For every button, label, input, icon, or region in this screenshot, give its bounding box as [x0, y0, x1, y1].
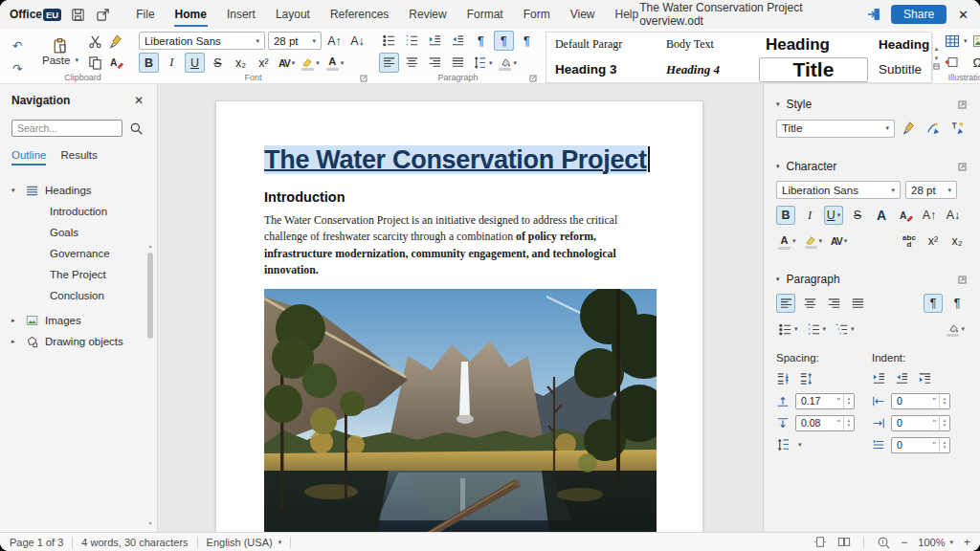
scroll-down-icon[interactable]: ▾: [148, 519, 151, 526]
menu-view[interactable]: View: [569, 2, 596, 27]
numbered-list-icon[interactable]: [402, 31, 422, 51]
scroll-up-icon[interactable]: ▴: [148, 242, 151, 249]
zoom-out-icon[interactable]: −: [901, 536, 907, 549]
doc-paragraph[interactable]: The Water Conservation Project is an ini…: [264, 212, 655, 279]
style-subtitle[interactable]: Subtitle: [870, 57, 931, 82]
decrease-indent-icon[interactable]: [895, 372, 909, 386]
style-heading2[interactable]: Heading 2: [870, 33, 931, 57]
font-color-button[interactable]: A▾: [776, 231, 798, 251]
paragraph-dialog-launcher-icon[interactable]: [529, 75, 537, 82]
zoom-dialog-icon[interactable]: [877, 536, 890, 549]
paragraph-background-icon[interactable]: ▾: [945, 320, 967, 339]
character-launcher-icon[interactable]: [958, 163, 967, 171]
align-justify-icon[interactable]: [448, 53, 468, 73]
direction-rtl-icon[interactable]: ¶: [517, 31, 537, 51]
line-spacing-icon[interactable]: [776, 438, 791, 452]
menu-format[interactable]: Format: [466, 2, 504, 27]
paragraph-style-select[interactable]: Title▾: [776, 120, 895, 138]
save-icon[interactable]: [70, 7, 86, 23]
tree-drawing-objects[interactable]: ▸ Drawing objects: [11, 331, 144, 352]
paragraph-section-header[interactable]: ▾ Paragraph: [776, 272, 967, 287]
bullet-list-icon[interactable]: [379, 31, 399, 51]
bullet-list-icon[interactable]: ▾: [776, 320, 800, 339]
decrease-indent-icon[interactable]: [448, 31, 468, 51]
menu-file[interactable]: File: [135, 2, 155, 27]
share-button[interactable]: Share: [891, 5, 947, 24]
subscript-button[interactable]: x₂: [947, 231, 967, 251]
multi-page-view-icon[interactable]: [837, 536, 851, 548]
scrollbar-thumb[interactable]: [147, 253, 153, 339]
clear-formatting-icon[interactable]: A: [106, 53, 126, 73]
tree-item-governance[interactable]: Governance: [11, 243, 144, 264]
gallery-up-icon[interactable]: ▴: [935, 44, 939, 53]
formatting-marks-icon[interactable]: ¶: [494, 31, 514, 51]
menu-references[interactable]: References: [329, 2, 390, 27]
menu-home[interactable]: Home: [174, 2, 208, 27]
align-right-icon[interactable]: [824, 294, 843, 313]
indent-before-field[interactable]: 0" ▴▾: [891, 393, 950, 409]
subscript-button[interactable]: x₂: [231, 53, 251, 73]
navigation-search-input[interactable]: [11, 120, 122, 137]
zoom-level[interactable]: 100%▾: [918, 537, 953, 548]
increase-spacing-icon[interactable]: [776, 372, 791, 386]
style-section-header[interactable]: ▾ Style: [776, 97, 967, 112]
direction-rtl-icon[interactable]: ¶: [947, 294, 967, 313]
word-count[interactable]: 4 words, 30 characters: [81, 537, 188, 548]
popout-icon[interactable]: [95, 7, 111, 23]
decrease-spacing-icon[interactable]: [799, 372, 813, 386]
sidebar-font-name-select[interactable]: Liberation Sans▾: [776, 181, 901, 199]
tree-item-introduction[interactable]: Introduction: [11, 201, 144, 222]
outline-list-icon[interactable]: ▾: [833, 320, 857, 339]
sidebar-font-size-select[interactable]: 28 pt▾: [905, 181, 957, 199]
style-heading4[interactable]: Heading 4: [657, 57, 757, 82]
special-character-icon[interactable]: Ω: [972, 55, 980, 70]
style-launcher-icon[interactable]: [958, 100, 967, 109]
character-dialog-icon[interactable]: A: [872, 206, 891, 225]
align-center-icon[interactable]: [800, 294, 819, 313]
tab-results[interactable]: Results: [60, 149, 97, 165]
highlight-color-button[interactable]: ▾: [300, 53, 322, 73]
redo-button[interactable]: ↷: [8, 58, 28, 78]
insert-frame-icon[interactable]: [945, 55, 960, 69]
bold-button[interactable]: B: [776, 206, 795, 225]
hanging-indent-icon[interactable]: [918, 372, 932, 386]
first-line-indent-field[interactable]: 0" ▴▾: [891, 437, 950, 453]
zoom-in-icon[interactable]: +: [964, 536, 970, 549]
tree-item-goals[interactable]: Goals: [11, 222, 144, 243]
gallery-down-icon[interactable]: ▾: [935, 54, 939, 62]
menu-help[interactable]: Help: [614, 2, 640, 27]
align-center-icon[interactable]: [402, 53, 422, 73]
superscript-button[interactable]: x²: [924, 231, 943, 251]
highlight-color-button[interactable]: ▾: [803, 231, 825, 251]
spin-down-icon[interactable]: ▾: [848, 401, 851, 406]
italic-button[interactable]: I: [162, 53, 182, 73]
direction-ltr-icon[interactable]: ¶: [924, 294, 943, 313]
page-count[interactable]: Page 1 of 3: [10, 537, 63, 548]
increase-indent-icon[interactable]: [425, 31, 445, 51]
style-body-text[interactable]: Body Text: [657, 33, 757, 57]
style-heading3[interactable]: Heading 3: [546, 57, 657, 82]
space-above-field[interactable]: 0.17" ▴▾: [795, 393, 855, 409]
menu-insert[interactable]: Insert: [226, 2, 256, 27]
chevron-right-icon[interactable]: ▸: [11, 338, 19, 345]
cut-icon[interactable]: [85, 32, 105, 52]
copy-icon[interactable]: [85, 53, 105, 73]
exit-document-icon[interactable]: [866, 7, 881, 23]
paragraph-mark-icon[interactable]: ¶: [471, 31, 491, 51]
font-name-select[interactable]: Liberation Sans▾: [139, 32, 265, 50]
character-spacing-button[interactable]: AV▾: [829, 231, 849, 251]
update-style-icon[interactable]: [924, 119, 943, 138]
single-page-view-icon[interactable]: [813, 536, 827, 548]
align-right-icon[interactable]: [425, 53, 445, 73]
shrink-font-button[interactable]: A↓: [347, 31, 368, 51]
chevron-right-icon[interactable]: ▸: [11, 317, 19, 324]
grow-font-button[interactable]: A↑: [920, 206, 939, 225]
tree-item-conclusion[interactable]: Conclusion: [11, 285, 144, 306]
doc-heading-introduction[interactable]: Introduction: [264, 189, 655, 205]
shrink-font-button[interactable]: A↓: [944, 206, 963, 225]
align-left-icon[interactable]: [379, 53, 399, 73]
style-title-selected[interactable]: Title: [759, 57, 868, 82]
align-left-icon[interactable]: [776, 294, 795, 313]
grow-font-button[interactable]: A↑: [324, 31, 345, 51]
strikethrough-button[interactable]: S: [208, 53, 228, 73]
